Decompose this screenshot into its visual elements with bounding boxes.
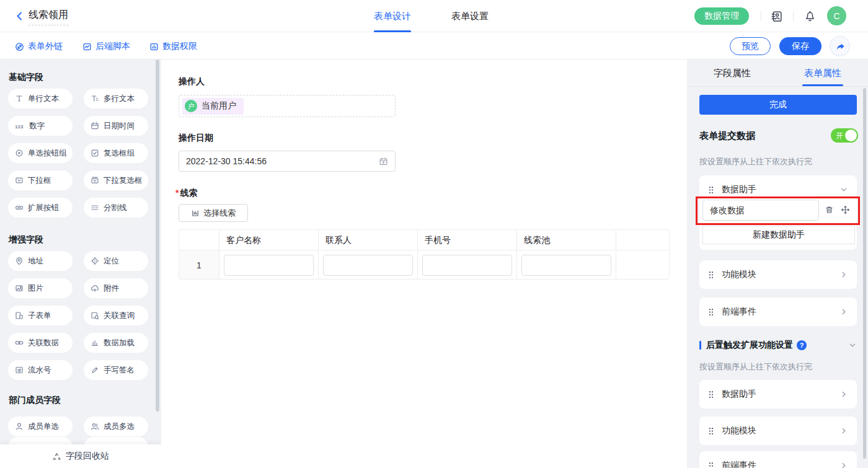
divider-lines-icon [91,203,99,212]
select-clue-button[interactable]: 选择线索 [179,204,248,222]
tab-form-settings[interactable]: 表单设置 [451,0,489,32]
save-button[interactable]: 保存 [779,37,822,55]
page-title[interactable]: 线索领用 [29,9,68,25]
table-cell-phone [418,250,517,280]
radio-icon [15,149,24,157]
field-item-multi-select[interactable]: 下拉复选框 [84,170,148,190]
field-item-divider[interactable]: 分割线 [84,198,148,218]
done-button[interactable]: 完成 [699,95,857,115]
form-toolbar: 表单外链 后端脚本 数据权限 预览 保存 [0,32,868,60]
field-item-extend-button[interactable]: 扩展按钮 [8,198,73,218]
data-helper-card[interactable]: 数据助手 修改数据 新建数据助手 [699,175,857,250]
post-data-helper-card[interactable]: 数据助手 [699,380,857,408]
preview-button[interactable]: 预览 [730,37,771,55]
sidebar-scrollbar[interactable] [156,60,159,412]
post-module-card[interactable]: 功能模块 [699,417,857,445]
field-item-select[interactable]: 下拉框 [8,170,73,190]
drag-handle-icon[interactable] [708,462,714,468]
backend-script-link[interactable]: 后端脚本 [82,41,130,52]
modify-data-item[interactable]: 修改数据 [702,200,819,221]
chevron-right-icon[interactable] [839,426,848,435]
chevron-right-icon[interactable] [839,390,848,399]
field-item-multi-text[interactable]: 多行文本 [84,89,148,108]
form-submit-toggle[interactable]: 开 [831,128,858,143]
clue-pool-input[interactable] [521,255,611,276]
drag-handle-icon[interactable] [708,308,714,316]
field-item-linked-data[interactable]: 关联数据 [8,333,73,353]
toggle-knob [845,130,857,141]
tab-form-design[interactable]: 表单设计 [374,0,411,32]
data-permission-link[interactable]: 数据权限 [149,41,197,52]
table-cell-contact [319,250,418,280]
tab-field-properties[interactable]: 字段属性 [687,60,777,86]
field-item-member-multi[interactable]: 成员多选 [84,417,148,436]
frontend-event-card[interactable]: 前端事件 [699,298,857,326]
field-item-address[interactable]: 地址 [8,251,73,271]
map-pin-icon [15,257,24,265]
avatar[interactable]: C [827,6,846,25]
help-icon[interactable]: ? [797,340,807,350]
number-123-icon: 123 [15,121,25,130]
field-library-sidebar: 基础字段 单行文本 多行文本 123 数字 日期时间 单选按钮组 复选框组 下拉… [0,60,161,468]
contact-input[interactable] [323,255,413,276]
module-card[interactable]: 功能模块 [699,260,857,289]
form-external-link[interactable]: 表单外链 [15,41,63,52]
tab-form-properties[interactable]: 表单属性 [777,60,868,86]
post-frontend-event-card[interactable]: 前端事件 [699,451,857,468]
data-helper-header[interactable]: 数据助手 [699,175,857,199]
field-item-single-text[interactable]: 单行文本 [8,89,73,108]
move-icon[interactable] [841,205,850,214]
drag-handle-icon[interactable] [708,427,714,435]
field-item-location[interactable]: 定位 [84,251,148,271]
chevron-down-icon[interactable] [839,185,848,194]
panel-tabs: 字段属性 表单属性 [687,60,868,87]
form-canvas: 操作人 户 当前用户 操作日期 2022-12-30 15:44:56 *线索 … [161,60,687,468]
field-item-datetime[interactable]: 日期时间 [84,116,148,136]
current-user-tag[interactable]: 户 当前用户 [182,98,244,115]
share-button[interactable] [830,36,850,56]
field-item-data-load[interactable]: 数据加载 [84,333,148,353]
crosshair-icon [91,257,99,265]
frontend-event-label: 前端事件 [722,306,756,317]
contact-book-icon[interactable] [771,11,782,22]
field-item-linked-query[interactable]: 关联查询 [84,306,148,325]
bell-icon[interactable] [804,10,816,22]
recycle-label: 字段回收站 [66,451,109,462]
field-item-radio-group[interactable]: 单选按钮组 [8,143,73,163]
operate-date-value: 2022-12-30 15:44:56 [186,156,267,166]
operate-date-input[interactable]: 2022-12-30 15:44:56 [179,151,396,172]
phone-input[interactable] [422,255,512,276]
checkbox-icon [91,149,99,157]
field-item-attachment[interactable]: 附件 [84,278,148,298]
operator-field[interactable]: 户 当前用户 [179,95,396,117]
field-item-serial-number[interactable]: 流水号 [8,360,73,380]
field-item-signature[interactable]: 手写签名 [84,360,148,380]
table-cell-clue-pool [517,250,616,280]
chevron-right-icon[interactable] [839,461,848,468]
delete-icon[interactable] [825,205,834,214]
chevron-right-icon[interactable] [839,270,848,279]
field-item-image[interactable]: 图片 [8,278,73,298]
field-item-member-single[interactable]: 成员单选 [8,417,73,436]
calendar-icon[interactable] [379,157,388,166]
module-label: 功能模块 [722,269,756,280]
field-item-subform[interactable]: 子表单 [8,306,73,325]
new-data-helper-button[interactable]: 新建数据助手 [702,226,855,244]
field-item-number[interactable]: 123 数字 [8,116,73,136]
drag-handle-icon[interactable] [708,186,714,194]
table-header-phone: 手机号 [418,230,517,250]
customer-name-input[interactable] [224,255,314,276]
field-recycle-bin[interactable]: 字段回收站 [0,444,161,468]
data-manage-button[interactable]: 数据管理 [694,7,749,25]
field-item-checkbox-group[interactable]: 复选框组 [84,143,148,163]
section-title-member-fields: 部门成员字段 [9,395,61,406]
image-icon [15,284,24,293]
chevron-down-icon[interactable] [848,341,857,350]
panel-scrollbar[interactable] [863,88,866,459]
share-icon [835,42,845,51]
chevron-right-icon[interactable] [839,307,848,316]
drag-handle-icon[interactable] [708,391,714,399]
back-icon[interactable] [15,11,25,21]
drag-handle-icon[interactable] [708,271,714,279]
table-header-extra [616,230,669,250]
